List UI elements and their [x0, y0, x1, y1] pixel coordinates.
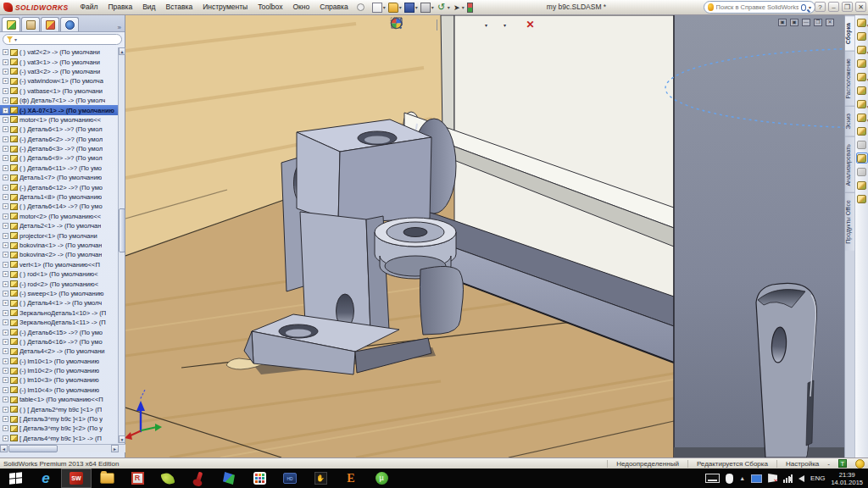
display-style-dropdown-icon[interactable]: ▾	[485, 22, 487, 28]
tree-item[interactable]: + ( ) lm10<3> (По умолчанию	[0, 375, 119, 385]
expander-icon[interactable]: +	[3, 223, 8, 229]
expander-icon[interactable]: +	[3, 69, 8, 75]
expander-icon[interactable]: +	[3, 155, 8, 161]
taskbar-app-grid[interactable]	[244, 469, 275, 488]
menu-item[interactable]: Справка	[314, 0, 353, 14]
close-button[interactable]: ✕	[855, 2, 866, 12]
taskbar-e-reader[interactable]: E	[336, 469, 366, 488]
close-document-icon[interactable]: ✕	[826, 19, 834, 26]
minimize-document-icon[interactable]: —	[802, 19, 810, 26]
menu-item[interactable]: Вид	[137, 0, 160, 14]
expander-icon[interactable]: +	[3, 339, 8, 345]
tree-item[interactable]: + (-) Деталь6<15> ->? (По умо	[0, 327, 119, 336]
sidebar-tool-button[interactable]: ▾	[856, 112, 868, 123]
sidebar-tool-button[interactable]: ▾	[856, 30, 868, 42]
quick-tips-icon[interactable]	[855, 459, 865, 469]
tree-filter-box[interactable]: ▾	[3, 34, 122, 45]
tree-item[interactable]: + [ Деталь4^my b9c ]<1> -> (П	[0, 434, 119, 443]
tree-vertical-scrollbar[interactable]: ▲ ▼	[118, 47, 125, 443]
commandmanager-tab[interactable]: Сборка	[845, 15, 854, 51]
undo-button[interactable]: ↺▾	[436, 1, 451, 14]
mouse-icon[interactable]	[726, 474, 733, 484]
help-search-box[interactable]: ▾	[704, 1, 815, 14]
expander-icon[interactable]: +	[3, 348, 8, 354]
expander-icon[interactable]: +	[3, 300, 8, 306]
tree-item[interactable]: + (-) vat3<2> -> (По умолчани	[0, 67, 119, 76]
side-panel-component[interactable]	[674, 15, 844, 458]
section-view-button[interactable]	[441, 19, 453, 31]
tree-item[interactable]: + table<1> (По умолчанию<<П	[0, 395, 119, 404]
tile-window-icon[interactable]: ▣	[790, 19, 798, 26]
rebuild-button[interactable]	[466, 1, 474, 14]
hide-show-dropdown-icon[interactable]: ▾	[504, 22, 506, 28]
tree-item[interactable]: + (-) lm10<4> (По умолчанию	[0, 385, 119, 395]
taskbar-hand-tool-app[interactable]: ✋	[305, 469, 336, 488]
menu-item[interactable]: Правка	[103, 0, 137, 14]
start-button[interactable]	[0, 469, 31, 488]
tree-item[interactable]: + (-) Деталь6<2> ->? (По умол	[0, 135, 119, 144]
expander-icon[interactable]: +	[3, 59, 8, 65]
menu-item[interactable]: Окно	[288, 0, 315, 14]
expander-icon[interactable]: +	[3, 425, 8, 431]
tree-item[interactable]: + (-) lm10<2> (По умолчанию	[0, 366, 119, 375]
edit-appearance-button[interactable]	[509, 19, 521, 31]
tree-item[interactable]: + ( ) Деталь6<11> ->? (По умо	[0, 164, 119, 173]
tree-item[interactable]: + ( ) Деталь4<1> -> (По умолч	[0, 298, 119, 308]
tree-item[interactable]: + Деталь4<2> -> (По умолчани	[0, 347, 119, 356]
tree-item[interactable]: + motor<1> (По умолчанию<<	[0, 115, 119, 125]
expander-icon[interactable]: +	[3, 319, 8, 325]
expander-icon[interactable]: +	[3, 330, 8, 336]
tab-featuremanager[interactable]	[2, 17, 20, 31]
keyboard-icon[interactable]	[705, 474, 720, 483]
customize-label[interactable]: Настройка	[776, 460, 819, 468]
expander-icon[interactable]: +	[3, 407, 8, 413]
expander-icon[interactable]: +	[3, 175, 8, 180]
tree-item[interactable]: + projector<1> (По умолчани	[0, 230, 119, 240]
sidebar-tool-button[interactable]: ▾	[856, 139, 868, 150]
help-button[interactable]: ?	[815, 2, 826, 12]
exit-view-button[interactable]: ✕	[524, 19, 537, 31]
tabs-overflow-chevron[interactable]: »	[118, 24, 123, 31]
sidebar-tool-button[interactable]: ▾	[856, 98, 868, 109]
expander-icon[interactable]: +	[3, 252, 8, 258]
tree-item[interactable]: + ( ) Деталь6<16> ->? (По умо	[0, 337, 119, 347]
expander-icon[interactable]: +	[3, 214, 8, 219]
menu-item[interactable]: Инструменты	[198, 0, 253, 14]
expander-icon[interactable]: +	[3, 358, 8, 364]
tree-item[interactable]: + bokovina<1> -> (По умолчан	[0, 241, 119, 250]
tree-item[interactable]: + bokovina<2> -> (По умолчан	[0, 250, 119, 259]
pin-icon[interactable]	[357, 3, 364, 11]
expander-icon[interactable]: +	[3, 281, 8, 287]
tree-item[interactable]: + Деталь1<8> (По умолчанию	[0, 192, 119, 202]
expander-icon[interactable]: +	[3, 194, 8, 200]
scroll-up-arrow[interactable]: ▲	[119, 47, 125, 55]
tree-item[interactable]: + Деталь2<1> -> (По умолчан	[0, 221, 119, 230]
expander-icon[interactable]: +	[3, 146, 8, 152]
taskbar-file-explorer[interactable]	[92, 469, 122, 488]
sidebar-tool-button[interactable]: ▾	[856, 166, 868, 177]
expander-icon[interactable]: +	[3, 291, 8, 297]
tree-item[interactable]: + Деталь1<7> (По умолчанию	[0, 173, 119, 182]
scroll-left-arrow[interactable]: ◄	[0, 445, 8, 452]
tree-item[interactable]: + (-) rod<2> (По умолчанию<	[0, 279, 119, 288]
sidebar-tool-button[interactable]: ▾	[856, 193, 868, 204]
expander-icon[interactable]: +	[3, 117, 8, 123]
tree-item[interactable]: + ( ) [ Деталь2^my b9c ]<1> (П	[0, 404, 119, 413]
taskbar-r-app[interactable]: R	[122, 469, 153, 488]
tree-item[interactable]: + motor<2> (По умолчанию<<	[0, 212, 119, 221]
expander-icon[interactable]: +	[3, 435, 8, 441]
expander-icon[interactable]: +	[3, 416, 8, 422]
sidebar-tool-button[interactable]: ▾	[856, 152, 868, 164]
tree-item[interactable]: + [ Деталь3^my b9c ]<2> (По у	[0, 424, 119, 433]
expander-icon[interactable]: +	[3, 262, 8, 268]
tab-propertymanager[interactable]	[21, 17, 40, 31]
action-center-icon[interactable]	[768, 474, 777, 483]
tree-item[interactable]: + (-) XA-07<1> -> (По умолчанию	[0, 105, 119, 114]
tree-item[interactable]: + (-) Деталь6<12> ->? (По умо	[0, 182, 119, 191]
zoom-to-area-button[interactable]	[405, 19, 418, 31]
expander-icon[interactable]: +	[3, 387, 8, 393]
expander-icon[interactable]: +	[3, 396, 8, 402]
expander-icon[interactable]: +	[3, 136, 8, 142]
taskbar-media-player[interactable]	[214, 469, 244, 488]
view-orientation-button[interactable]	[456, 19, 469, 31]
